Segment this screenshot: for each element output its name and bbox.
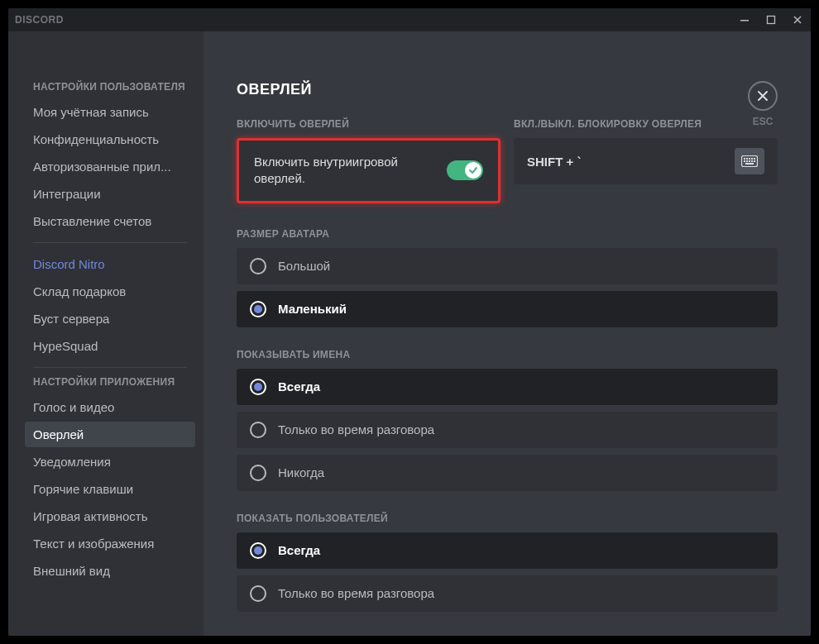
- svg-rect-8: [744, 160, 745, 162]
- window-controls: [738, 13, 804, 26]
- sidebar-item-keybinds[interactable]: Горячие клавиши: [25, 476, 195, 502]
- radio-icon: [250, 422, 266, 438]
- show-users-header: ПОКАЗАТЬ ПОЛЬЗОВАТЕЛЕЙ: [237, 513, 778, 524]
- page-title: ОВЕРЛЕЙ: [237, 81, 778, 98]
- enable-overlay-card: Включить внутриигровой оверлей.: [237, 138, 500, 203]
- titlebar: DISCORD: [8, 8, 811, 31]
- minimize-icon[interactable]: [738, 13, 751, 26]
- sidebar-item-hypesquad[interactable]: HypeSquad: [25, 333, 195, 359]
- esc-label: ESC: [753, 116, 774, 127]
- radio-label: Только во время разговора: [278, 422, 434, 436]
- radio-label: Только во время разговора: [278, 586, 434, 600]
- lock-keybind-value: SHIFT + `: [527, 155, 581, 169]
- show-names-option-speaking[interactable]: Только во время разговора: [237, 412, 778, 448]
- radio-icon: [250, 585, 266, 602]
- svg-rect-11: [751, 160, 753, 162]
- sidebar-item-voice[interactable]: Голос и видео: [25, 394, 195, 420]
- settings-body: НАСТРОЙКИ ПОЛЬЗОВАТЕЛЯ Моя учётная запис…: [8, 31, 811, 636]
- svg-rect-13: [745, 163, 754, 165]
- radio-icon: [250, 301, 266, 317]
- sidebar-item-integrations[interactable]: Интеграции: [25, 181, 195, 207]
- avatar-size-option-big[interactable]: Большой: [237, 248, 778, 284]
- show-users-option-always[interactable]: Всегда: [237, 532, 778, 569]
- avatar-size-option-small[interactable]: Маленький: [237, 291, 778, 327]
- sidebar-item-text-images[interactable]: Текст и изображения: [25, 531, 195, 556]
- radio-icon: [250, 258, 266, 274]
- radio-label: Всегда: [278, 543, 320, 557]
- maximize-icon[interactable]: [764, 13, 778, 26]
- sidebar-item-nitro[interactable]: Discord Nitro: [25, 251, 195, 277]
- radio-icon: [250, 379, 266, 395]
- svg-rect-1: [768, 17, 775, 24]
- svg-rect-3: [744, 158, 745, 160]
- svg-rect-5: [749, 158, 750, 160]
- svg-rect-0: [740, 20, 749, 21]
- settings-sidebar: НАСТРОЙКИ ПОЛЬЗОВАТЕЛЯ Моя учётная запис…: [8, 31, 204, 636]
- radio-icon: [250, 465, 266, 481]
- settings-content: ОВЕРЛЕЙ ВКЛЮЧИТЬ ОВЕРЛЕЙ Включить внутри…: [204, 31, 811, 636]
- radio-label: Никогда: [278, 465, 324, 479]
- svg-rect-6: [751, 158, 753, 160]
- sidebar-item-game-activity[interactable]: Игровая активность: [25, 503, 195, 529]
- sidebar-item-server-boost[interactable]: Буст сервера: [25, 306, 195, 332]
- svg-rect-4: [746, 158, 748, 160]
- divider: [33, 367, 187, 368]
- sidebar-item-authorized-apps[interactable]: Авторизованные прил...: [25, 154, 195, 179]
- radio-label: Большой: [278, 259, 330, 273]
- sidebar-header-user: НАСТРОЙКИ ПОЛЬЗОВАТЕЛЯ: [33, 81, 195, 93]
- close-icon: [748, 81, 778, 111]
- svg-rect-7: [754, 158, 755, 160]
- sidebar-item-gift-inventory[interactable]: Склад подарков: [25, 279, 195, 304]
- enable-overlay-header: ВКЛЮЧИТЬ ОВЕРЛЕЙ: [237, 118, 500, 130]
- lock-keybind-card[interactable]: SHIFT + `: [514, 138, 778, 184]
- sidebar-item-billing[interactable]: Выставление счетов: [25, 208, 195, 234]
- avatar-size-header: РАЗМЕР АВАТАРА: [237, 228, 778, 240]
- app-name: DISCORD: [15, 14, 64, 26]
- svg-rect-12: [754, 160, 755, 162]
- enable-overlay-label: Включить внутриигровой оверлей.: [254, 154, 437, 188]
- divider: [33, 242, 187, 243]
- check-icon: [468, 165, 478, 175]
- show-names-option-never[interactable]: Никогда: [237, 455, 778, 491]
- radio-label: Всегда: [278, 379, 320, 394]
- sidebar-item-overlay[interactable]: Оверлей: [25, 422, 195, 447]
- radio-icon: [250, 542, 266, 559]
- sidebar-item-account[interactable]: Моя учётная запись: [25, 99, 195, 125]
- radio-label: Маленький: [278, 302, 347, 316]
- keyboard-button[interactable]: [735, 148, 764, 174]
- sidebar-item-privacy[interactable]: Конфиденциальность: [25, 126, 195, 152]
- sidebar-header-app: НАСТРОЙКИ ПРИЛОЖЕНИЯ: [33, 376, 195, 388]
- sidebar-item-appearance[interactable]: Внешний вид: [25, 558, 195, 584]
- show-names-option-always[interactable]: Всегда: [237, 369, 778, 405]
- close-icon[interactable]: [791, 13, 804, 26]
- sidebar-item-notifications[interactable]: Уведомления: [25, 449, 195, 475]
- close-settings-button[interactable]: ESC: [748, 81, 778, 127]
- svg-rect-10: [749, 160, 750, 162]
- keyboard-icon: [741, 155, 758, 167]
- app-window: DISCORD НАСТРОЙКИ ПОЛЬЗОВАТЕЛЯ Моя учётн…: [8, 8, 811, 636]
- show-users-option-speaking[interactable]: Только во время разговора: [237, 575, 778, 612]
- toggle-knob: [465, 162, 481, 179]
- show-names-header: ПОКАЗЫВАТЬ ИМЕНА: [237, 349, 778, 360]
- enable-overlay-toggle[interactable]: [447, 160, 483, 180]
- lock-overlay-header: ВКЛ./ВЫКЛ. БЛОКИРОВКУ ОВЕРЛЕЯ: [514, 118, 778, 130]
- svg-rect-9: [746, 160, 748, 162]
